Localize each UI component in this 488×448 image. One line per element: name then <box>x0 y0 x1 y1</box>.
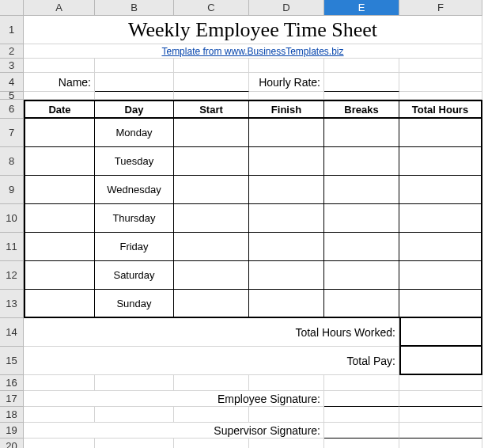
cell-B16[interactable] <box>95 375 174 391</box>
cell-E16[interactable] <box>324 375 399 391</box>
row-header-13[interactable]: 13 <box>0 290 24 318</box>
breaks-sat[interactable] <box>324 261 399 290</box>
cell-C16[interactable] <box>174 375 249 391</box>
select-all-corner[interactable] <box>0 0 24 16</box>
name-input-1[interactable] <box>95 73 174 92</box>
finish-thu[interactable] <box>249 204 324 233</box>
total-hours-worked-label[interactable]: Total Hours Worked: <box>24 318 399 347</box>
name-input-2[interactable] <box>174 73 249 92</box>
cell-D3[interactable] <box>249 59 324 73</box>
template-link[interactable]: Template from www.BusinessTemplates.biz <box>24 44 482 59</box>
col-header-D[interactable]: D <box>249 0 324 16</box>
row-header-11[interactable]: 11 <box>0 233 24 261</box>
employee-signature-field-2[interactable] <box>399 391 482 407</box>
total-wed[interactable] <box>399 176 482 204</box>
breaks-tue[interactable] <box>324 147 399 176</box>
cell-A16[interactable] <box>24 375 95 391</box>
row-header-16[interactable]: 16 <box>0 375 24 391</box>
cell-C20[interactable] <box>174 439 249 448</box>
cell-B5[interactable] <box>95 92 174 100</box>
th-breaks[interactable]: Breaks <box>324 100 399 119</box>
cell-D18[interactable] <box>249 407 324 423</box>
supervisor-signature-label[interactable]: Supervisor Signature: <box>24 423 324 439</box>
cell-A18[interactable] <box>24 407 95 423</box>
date-sat[interactable] <box>24 261 95 290</box>
col-header-B[interactable]: B <box>95 0 174 16</box>
total-hours-worked-value[interactable] <box>399 318 482 347</box>
name-label[interactable]: Name: <box>24 73 95 92</box>
supervisor-signature-field-2[interactable] <box>399 423 482 439</box>
total-mon[interactable] <box>399 119 482 147</box>
th-date[interactable]: Date <box>24 100 95 119</box>
hourly-rate-input[interactable] <box>324 73 399 92</box>
th-finish[interactable]: Finish <box>249 100 324 119</box>
row-header-14[interactable]: 14 <box>0 318 24 347</box>
row-header-15[interactable]: 15 <box>0 347 24 375</box>
day-wed[interactable]: Wednesday <box>95 176 174 204</box>
date-wed[interactable] <box>24 176 95 204</box>
cell-B18[interactable] <box>95 407 174 423</box>
cell-A5[interactable] <box>24 92 95 100</box>
row-header-3[interactable]: 3 <box>0 59 24 73</box>
start-sun[interactable] <box>174 290 249 318</box>
row-header-19[interactable]: 19 <box>0 423 24 439</box>
cell-C3[interactable] <box>174 59 249 73</box>
col-header-E[interactable]: E <box>324 0 399 16</box>
breaks-wed[interactable] <box>324 176 399 204</box>
th-start[interactable]: Start <box>174 100 249 119</box>
row-header-20[interactable]: 20 <box>0 439 24 448</box>
day-thu[interactable]: Thursday <box>95 204 174 233</box>
finish-mon[interactable] <box>249 119 324 147</box>
row-header-12[interactable]: 12 <box>0 261 24 290</box>
breaks-thu[interactable] <box>324 204 399 233</box>
total-sun[interactable] <box>399 290 482 318</box>
finish-fri[interactable] <box>249 233 324 261</box>
cell-E5[interactable] <box>324 92 399 100</box>
total-sat[interactable] <box>399 261 482 290</box>
cell-D16[interactable] <box>249 375 324 391</box>
row-header-18[interactable]: 18 <box>0 407 24 423</box>
col-header-C[interactable]: C <box>174 0 249 16</box>
start-mon[interactable] <box>174 119 249 147</box>
cell-C18[interactable] <box>174 407 249 423</box>
cell-D20[interactable] <box>249 439 324 448</box>
cell-E18[interactable] <box>324 407 399 423</box>
row-header-9[interactable]: 9 <box>0 176 24 204</box>
day-sun[interactable]: Sunday <box>95 290 174 318</box>
breaks-sun[interactable] <box>324 290 399 318</box>
finish-tue[interactable] <box>249 147 324 176</box>
start-fri[interactable] <box>174 233 249 261</box>
total-thu[interactable] <box>399 204 482 233</box>
supervisor-signature-field-1[interactable] <box>324 423 399 439</box>
cell-B20[interactable] <box>95 439 174 448</box>
th-day[interactable]: Day <box>95 100 174 119</box>
start-tue[interactable] <box>174 147 249 176</box>
cell-C5[interactable] <box>174 92 249 100</box>
cell-E3[interactable] <box>324 59 399 73</box>
cell-A20[interactable] <box>24 439 95 448</box>
cell-F16[interactable] <box>399 375 482 391</box>
breaks-fri[interactable] <box>324 233 399 261</box>
row-header-10[interactable]: 10 <box>0 204 24 233</box>
col-header-A[interactable]: A <box>24 0 95 16</box>
row-header-6[interactable]: 6 <box>0 100 24 119</box>
date-tue[interactable] <box>24 147 95 176</box>
finish-sat[interactable] <box>249 261 324 290</box>
total-fri[interactable] <box>399 233 482 261</box>
total-pay-label[interactable]: Total Pay: <box>24 347 399 375</box>
title-cell[interactable]: Weekly Employee Time Sheet <box>24 16 482 44</box>
employee-signature-label[interactable]: Employee Signature: <box>24 391 324 407</box>
start-wed[interactable] <box>174 176 249 204</box>
cell-A3[interactable] <box>24 59 95 73</box>
hourly-rate-label[interactable]: Hourly Rate: <box>249 73 324 92</box>
cell-E20[interactable] <box>324 439 399 448</box>
date-fri[interactable] <box>24 233 95 261</box>
row-header-8[interactable]: 8 <box>0 147 24 176</box>
cell-F4[interactable] <box>399 73 482 92</box>
finish-wed[interactable] <box>249 176 324 204</box>
finish-sun[interactable] <box>249 290 324 318</box>
employee-signature-field-1[interactable] <box>324 391 399 407</box>
breaks-mon[interactable] <box>324 119 399 147</box>
date-mon[interactable] <box>24 119 95 147</box>
row-header-7[interactable]: 7 <box>0 119 24 147</box>
